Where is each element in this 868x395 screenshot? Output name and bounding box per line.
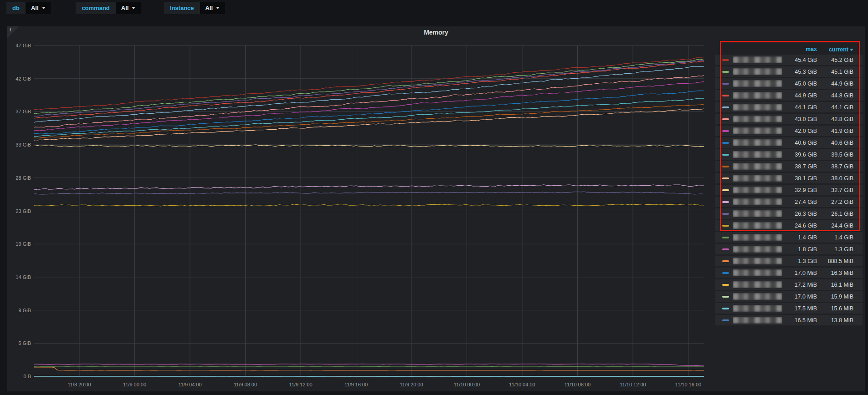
series-max-value: 17.2 MiB [782, 282, 817, 288]
legend-row[interactable]: 1.8 GiB1.3 GiB [715, 244, 863, 256]
series-current-value: 42.8 GiB [817, 116, 853, 122]
legend-row[interactable]: 16.5 MiB13.8 MiB [715, 315, 863, 327]
x-tick-label: 11/10 08:00 [556, 382, 600, 387]
variable-toolbar: dbAllcommandAllInstanceAll [0, 0, 868, 16]
series-line [34, 82, 704, 131]
legend-sort-current-wrap[interactable]: current [817, 45, 853, 53]
series-name-redacted [733, 317, 782, 324]
series-max-value: 38.7 GiB [782, 163, 817, 170]
legend-row[interactable]: 17.0 MiB16.3 MiB [715, 268, 863, 279]
series-current-value: 13.8 MiB [817, 317, 853, 324]
series-current-value: 16.1 MiB [817, 282, 853, 288]
variable-label: db [6, 2, 26, 14]
series-max-value: 42.0 GiB [782, 128, 817, 134]
series-color-swatch [722, 59, 729, 61]
series-current-value: 39.5 GiB [817, 152, 853, 158]
series-name-redacted [733, 175, 782, 182]
chevron-down-icon [216, 7, 220, 9]
y-tick-label: 23 GiB [7, 208, 31, 214]
y-tick-label: 14 GiB [7, 274, 31, 280]
legend-row[interactable]: 24.6 GiB24.4 GiB [715, 220, 863, 232]
series-name-redacted [733, 116, 782, 122]
legend-row[interactable]: 1.3 GiB888.5 MiB [715, 256, 863, 268]
legend-row[interactable]: 17.0 MiB15.9 MiB [715, 291, 863, 303]
series-name-redacted [733, 246, 782, 253]
series-max-value: 45.3 GiB [782, 69, 817, 75]
series-max-value: 16.5 MiB [782, 317, 817, 324]
x-tick-label: 11/9 20:00 [390, 382, 433, 387]
series-name-redacted [733, 127, 782, 134]
series-color-swatch [722, 154, 729, 156]
series-max-value: 45.0 GiB [782, 81, 817, 87]
variable-value: All [121, 5, 129, 11]
x-tick-label: 11/10 00:00 [445, 382, 489, 387]
series-color-swatch [722, 95, 729, 96]
series-current-value: 38.0 GiB [817, 175, 853, 182]
legend-row[interactable]: 44.1 GiB44.1 GiB [715, 102, 863, 114]
variable-dropdown[interactable]: All [116, 2, 141, 14]
legend-row[interactable]: 27.4 GiB27.2 GiB [715, 197, 863, 208]
legend-row[interactable]: 45.4 GiB45.2 GiB [715, 55, 863, 66]
series-name-redacted [733, 56, 782, 63]
series-current-value: 16.3 MiB [817, 270, 853, 276]
series-line [34, 98, 704, 137]
series-color-swatch [722, 225, 729, 227]
series-name-redacted [733, 68, 782, 75]
legend-row[interactable]: 17.5 MiB15.6 MiB [715, 303, 863, 315]
series-max-value: 38.1 GiB [782, 175, 817, 182]
legend-row[interactable]: 26.3 GiB26.1 GiB [715, 208, 863, 220]
series-line [34, 109, 704, 140]
legend-row[interactable]: 32.9 GiB32.7 GiB [715, 185, 863, 197]
series-name-redacted [733, 187, 782, 193]
legend-row[interactable]: 1.4 GiB1.4 GiB [715, 232, 863, 244]
variable-label: Instance [164, 2, 200, 14]
legend-row[interactable]: 45.3 GiB45.1 GiB [715, 66, 863, 78]
series-max-value: 44.1 GiB [782, 104, 817, 111]
sort-desc-caret-icon [850, 49, 853, 51]
series-current-value: 44.1 GiB [817, 104, 853, 111]
legend-sort-max[interactable]: max [782, 46, 817, 52]
series-name-redacted [733, 210, 782, 217]
legend-row[interactable]: 39.6 GiB39.5 GiB [715, 149, 863, 161]
series-max-value: 17.0 MiB [782, 270, 817, 276]
legend-row[interactable]: 42.0 GiB41.9 GiB [715, 126, 863, 137]
legend-row[interactable]: 45.0 GiB44.9 GiB [715, 78, 863, 90]
series-line [34, 145, 704, 147]
variable-group-command: commandAll [76, 2, 141, 14]
series-color-swatch [722, 201, 729, 203]
x-tick-label: 11/9 12:00 [279, 382, 323, 387]
series-max-value: 27.4 GiB [782, 199, 817, 205]
memory-time-series-chart[interactable] [7, 26, 711, 391]
y-tick-label: 47 GiB [7, 43, 31, 48]
variable-group-db: dbAll [6, 2, 51, 14]
series-current-value: 1.3 GiB [817, 246, 853, 253]
legend-row[interactable]: 38.7 GiB38.7 GiB [715, 161, 863, 173]
variable-dropdown[interactable]: All [26, 2, 51, 14]
legend-row[interactable]: 38.1 GiB38.0 GiB [715, 173, 863, 185]
legend-row[interactable]: 17.2 MiB16.1 MiB [715, 279, 863, 291]
series-max-value: 17.5 MiB [782, 305, 817, 312]
y-tick-label: 37 GiB [7, 109, 31, 114]
series-color-swatch [722, 166, 729, 167]
legend-row[interactable]: 40.6 GiB40.6 GiB [715, 137, 863, 149]
legend-row[interactable]: 44.9 GiB44.8 GiB [715, 90, 863, 102]
series-name-redacted [733, 234, 782, 241]
series-color-swatch [722, 272, 729, 274]
legend-sort-current[interactable]: current [829, 46, 848, 53]
series-name-redacted [733, 222, 782, 229]
legend-row[interactable]: 43.0 GiB42.8 GiB [715, 114, 863, 126]
series-max-value: 39.6 GiB [782, 152, 817, 158]
series-color-swatch [722, 177, 729, 179]
series-color-swatch [722, 284, 729, 286]
variable-value: All [31, 5, 39, 11]
series-color-swatch [722, 189, 729, 191]
series-max-value: 43.0 GiB [782, 116, 817, 122]
series-max-value: 24.6 GiB [782, 223, 817, 229]
series-current-value: 888.5 MiB [817, 258, 853, 264]
series-line [34, 204, 704, 206]
series-current-value: 44.8 GiB [817, 92, 853, 99]
series-max-value: 17.0 MiB [782, 294, 817, 300]
series-line [34, 91, 704, 134]
variable-dropdown[interactable]: All [200, 2, 226, 14]
variable-group-instance: InstanceAll [164, 2, 225, 14]
